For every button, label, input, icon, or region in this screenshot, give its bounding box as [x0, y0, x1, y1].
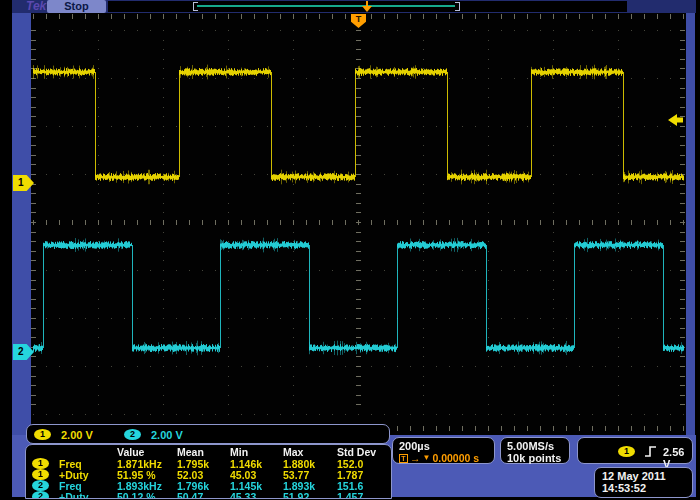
time-label: 14:53:52 [602, 482, 692, 494]
record-window-segment [197, 5, 455, 7]
header-bar: Tek Stop [12, 0, 696, 13]
delay-ref-icon: ▼ [423, 452, 431, 464]
meas-min: 45.33 [230, 492, 256, 499]
acquisition-box[interactable]: 5.00MS/s 10k points [500, 437, 570, 464]
trigger-delay-icon: T [399, 454, 408, 463]
col-header-min: Min [230, 447, 248, 458]
horizontal-delay: 0.00000 s [432, 452, 479, 464]
sample-rate: 5.00MS/s [507, 440, 569, 452]
col-header-max: Max [283, 447, 303, 458]
trigger-settings-box[interactable]: 1 2.56 V [577, 437, 693, 464]
meas-std: 1.457 [337, 492, 363, 499]
ch2-scale[interactable]: 2.00 V [151, 429, 183, 441]
trigger-source-badge: 1 [618, 446, 635, 457]
oscilloscope-screenshot: { "header": { "logo": "Tek", "status": "… [0, 0, 700, 500]
col-header-value: Value [117, 447, 144, 458]
ch2-badge[interactable]: 2 [124, 429, 141, 440]
meas-max: 51.92 [283, 492, 309, 499]
date-label: 12 May 2011 [602, 470, 692, 482]
waveform-display[interactable] [31, 13, 686, 435]
ch2-badge: 2 [32, 491, 49, 499]
ch1-badge: 1 [32, 458, 49, 469]
left-bezel-strip [12, 13, 31, 445]
rising-edge-slope-icon [644, 445, 657, 458]
channel-scale-bar: 1 2.00 V 2 2.00 V [26, 424, 390, 444]
measurement-panel: Value Mean Min Max Std Dev 1 Freq 1.871k… [25, 444, 392, 499]
display-area: T [31, 13, 686, 435]
trigger-position-arrow-icon[interactable] [362, 6, 372, 12]
ch1-scale[interactable]: 2.00 V [61, 429, 93, 441]
tek-logo: Tek [26, 0, 46, 13]
meas-name: +Duty [59, 492, 88, 499]
horizontal-settings-box[interactable]: 200µs T→▼ 0.00000 s [392, 437, 495, 464]
record-window-left-bracket [193, 2, 198, 11]
record-window-right-bracket [455, 2, 460, 11]
record-length: 10k points [507, 452, 569, 464]
datetime-box: 12 May 2011 14:53:52 [594, 467, 693, 498]
col-header-mean: Mean [177, 447, 204, 458]
meas-mean: 50.47 [177, 492, 203, 499]
meas-value: 50.12 % [117, 492, 156, 499]
col-header-std: Std Dev [337, 447, 376, 458]
ch1-badge[interactable]: 1 [34, 429, 51, 440]
delay-arrow-icon: → [410, 452, 421, 464]
ch1-badge: 1 [32, 469, 49, 480]
acquisition-status-badge: Stop [47, 0, 106, 13]
horizontal-scale: 200µs [399, 440, 494, 452]
ch2-badge: 2 [32, 480, 49, 491]
